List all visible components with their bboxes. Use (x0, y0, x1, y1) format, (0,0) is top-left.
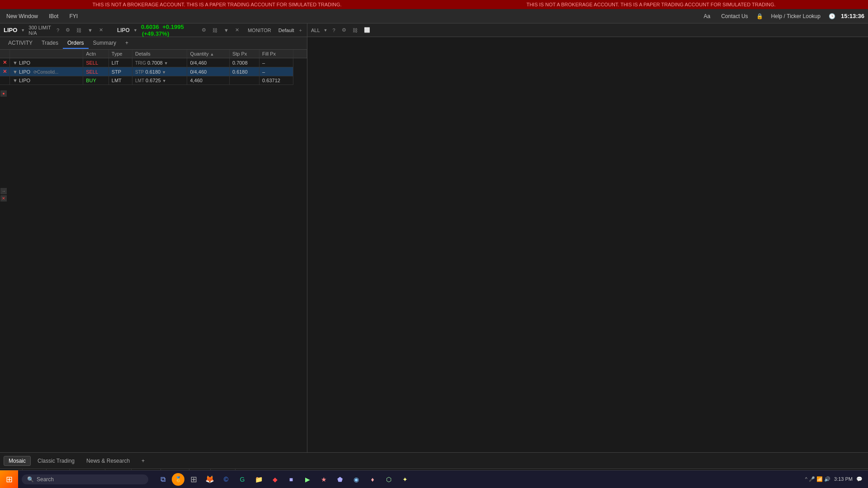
symbol-dropdown-arrow[interactable]: ▼ (21, 28, 25, 33)
actn-sell-1: SELL (86, 60, 98, 66)
app-icon-3[interactable]: 🦊 (203, 472, 217, 487)
app-icon-13[interactable]: ♦ (365, 472, 380, 487)
menu-bar-right: Aa Contact Us 🔒 Help / Ticker Lookup 🕒 1… (701, 12, 864, 20)
app-icon-5[interactable]: G (235, 472, 250, 487)
app-icon-14[interactable]: ⬡ (382, 472, 396, 487)
details-prefix-1: TRIG (135, 61, 146, 66)
app-icon-8[interactable]: ■ (284, 472, 298, 487)
search-icon: 🔍 (27, 476, 34, 483)
link-icon[interactable]: ⛓ (75, 27, 83, 33)
app-icon-10[interactable]: ★ (316, 472, 331, 487)
app-icon-9[interactable]: ▶ (300, 472, 315, 487)
row-symbol-3: ▼ LIPO (10, 76, 83, 85)
row-quantity-2: 0/4,460 (187, 67, 230, 76)
details-dropdown-3[interactable]: ▼ (162, 79, 166, 83)
symbol-position: 300 LIMIT N/A (28, 25, 52, 36)
taskview-button[interactable]: ⧉ (156, 472, 170, 487)
app-icon-7[interactable]: ◆ (268, 472, 282, 487)
question-icon[interactable]: ? (55, 27, 61, 33)
font-button[interactable]: Aa (701, 12, 713, 20)
taskbar-time-display[interactable]: 3:13 PM (834, 476, 853, 482)
monitor-question-icon[interactable]: ? (331, 27, 337, 33)
ticker-dropdown-arrow[interactable]: ▼ (133, 28, 137, 33)
system-tray-icons: ^ 🎤 📶 🔊 (805, 476, 830, 482)
tab-orders[interactable]: Orders (63, 38, 89, 49)
row-expand-3[interactable]: ▼ (13, 78, 18, 83)
app-icon-12[interactable]: ◉ (349, 472, 363, 487)
app-icon-6[interactable]: 📁 (251, 472, 266, 487)
time-display: 15:13:36 (841, 13, 864, 19)
row-cancel-2[interactable]: ✕ (0, 67, 10, 76)
paper-trading-banner: THIS IS NOT A BROKERAGE ACCOUNT. THIS IS… (0, 0, 868, 9)
details-dropdown-1[interactable]: ▼ (164, 61, 168, 66)
app-icon-2[interactable]: ⊞ (186, 472, 201, 487)
col-details[interactable]: Details (132, 50, 187, 58)
table-row: ✕ ▼ LIPO SELL LIT TRIG 0.7008 (0, 58, 307, 67)
monitor-shrink2-icon[interactable]: ⬜ (363, 27, 372, 33)
symbol-name[interactable]: LIPO (4, 27, 17, 33)
ticker-input[interactable]: LIPO (117, 27, 130, 33)
new-window-button[interactable]: New Window (4, 12, 41, 20)
row-stp-px-3 (229, 76, 259, 85)
tab-news-research[interactable]: News & Research (81, 456, 135, 466)
cancel-button-2[interactable]: ✕ (3, 69, 7, 74)
app-icon-1[interactable]: 🏅 (172, 473, 184, 486)
tab-summary[interactable]: Summary (89, 38, 121, 49)
monitor-gear-icon[interactable]: ⚙ (200, 27, 208, 33)
help-ticker-button[interactable]: Help / Ticker Lookup (769, 12, 823, 20)
price-change-pct: (+49.37%) (142, 30, 169, 37)
row-symbol-1: ▼ LIPO (10, 58, 83, 67)
monitor-link-icon[interactable]: ⛓ (211, 27, 219, 33)
fyi-button[interactable]: FYI (66, 12, 80, 20)
monitor-area (307, 37, 868, 452)
tab-add-bottom[interactable]: + (137, 456, 150, 466)
gear-icon[interactable]: ⚙ (64, 27, 71, 33)
row-expand-1[interactable]: ▼ (13, 60, 18, 66)
tab-trades[interactable]: Trades (37, 38, 63, 49)
left-edge-btn-3[interactable]: ✕ (0, 195, 7, 202)
monitor-link2-icon[interactable]: ⛓ (351, 27, 359, 33)
left-edge-buttons: ● → ✕ (0, 90, 7, 202)
table-row: ✕ ▼ LIPO ⟳Consolid... SELL STP STP (0, 67, 307, 76)
row-stp-px-1: 0.7008 (229, 58, 259, 67)
notification-icon[interactable]: 💬 (856, 476, 863, 482)
monitor-gear2-icon[interactable]: ⚙ (340, 27, 348, 33)
row-quantity-3: 4,460 (187, 76, 230, 85)
details-val-2: 0.6180 (146, 69, 161, 75)
left-edge-btn-2[interactable]: → (0, 188, 7, 194)
close-icon[interactable]: ✕ (98, 27, 104, 33)
tab-mosaic[interactable]: Mosaic (4, 456, 31, 466)
details-dropdown-2[interactable]: ▼ (162, 70, 166, 75)
start-button[interactable]: ⊞ (0, 470, 18, 488)
col-fill-px[interactable]: Fill Px (259, 50, 293, 58)
left-edge-btn-1[interactable]: ● (0, 90, 7, 97)
col-type[interactable]: Type (108, 50, 132, 58)
tab-classic-trading[interactable]: Classic Trading (33, 456, 80, 466)
cancel-button-1[interactable]: ✕ (3, 60, 7, 65)
taskbar-search-box[interactable]: 🔍 Search (22, 474, 148, 484)
app-icon-4[interactable]: © (219, 472, 233, 487)
app-icon-11[interactable]: ⬟ (333, 472, 347, 487)
col-quantity[interactable]: Quantity ▲ (187, 50, 230, 58)
all-dropdown-arrow[interactable]: ▼ (324, 28, 328, 33)
contact-us-button[interactable]: Contact Us (718, 12, 750, 20)
row-details-3: LMT 0.6725 ▼ (132, 76, 187, 85)
actn-buy-3: BUY (86, 78, 96, 83)
tab-add[interactable]: + (121, 38, 133, 49)
price-value: 0.6036 (141, 23, 159, 30)
table-row: ▼ LIPO BUY LMT LMT 0.6725 ▼ 4,460 (0, 76, 307, 85)
row-expand-2[interactable]: ▼ (13, 69, 18, 75)
taskbar-time: 3:13 PM (834, 476, 853, 482)
row-cancel-1[interactable]: ✕ (0, 58, 10, 67)
col-actn[interactable]: Actn (83, 50, 109, 58)
tab-activity[interactable]: ACTIVITY (4, 38, 37, 49)
monitor-shrink-icon[interactable]: ▼ (222, 27, 230, 33)
app-icon-15[interactable]: ✦ (398, 472, 412, 487)
add-monitor-button[interactable]: + (298, 27, 303, 33)
col-spacer (293, 50, 307, 58)
expand-icon[interactable]: ▼ (86, 27, 94, 33)
monitor-close-icon[interactable]: ✕ (234, 27, 241, 33)
col-stp-px[interactable]: Stp Px (229, 50, 259, 58)
ibot-button[interactable]: IBot (46, 12, 61, 20)
row-cancel-3 (0, 76, 10, 85)
